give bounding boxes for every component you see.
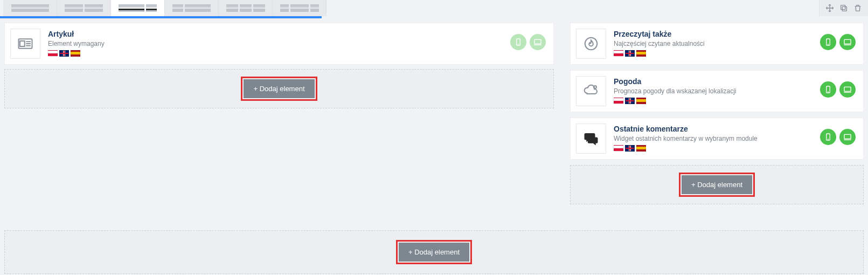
widget-title: Pogoda	[614, 77, 813, 86]
add-element-button[interactable]: + Dodaj element	[399, 243, 469, 262]
layout-option-1col[interactable]	[3, 0, 57, 16]
desktop-toggle[interactable]	[839, 81, 856, 98]
fire-icon	[576, 29, 606, 59]
flag-gb-icon	[625, 50, 635, 57]
widget-subtitle: Widget ostatnich komentarzy w wybranym m…	[614, 135, 813, 142]
widget-languages	[48, 50, 503, 57]
widget-card[interactable]: Ostatnie komentarze Widget ostatnich kom…	[570, 118, 864, 160]
layout-strip	[0, 0, 868, 16]
widget-languages	[614, 145, 813, 152]
layout-option-3col-center-wide[interactable]	[273, 0, 327, 16]
flag-gb-icon	[625, 98, 635, 104]
dropzone-left[interactable]: + Dodaj element	[4, 69, 554, 108]
desktop-toggle[interactable]	[839, 129, 856, 145]
svg-point-11	[585, 38, 598, 50]
add-element-button[interactable]: + Dodaj element	[682, 175, 752, 194]
dropzone-right[interactable]: + Dodaj element	[570, 165, 864, 204]
layout-option-3col[interactable]	[219, 0, 273, 16]
dropzone-bottom[interactable]: + Dodaj element	[4, 230, 864, 274]
column-right: Przeczytaj także Najczęściej czytane akt…	[570, 23, 864, 204]
column-left: Artykuł Element wymagany	[4, 23, 554, 204]
widget-devices	[820, 29, 856, 50]
widget-subtitle: Element wymagany	[48, 40, 503, 47]
duplicate-icon[interactable]	[838, 2, 850, 14]
weather-icon	[576, 76, 606, 106]
builder-row: Artykuł Element wymagany	[0, 18, 868, 204]
svg-rect-0	[842, 6, 846, 11]
article-icon	[10, 29, 40, 59]
widget-devices	[510, 29, 546, 50]
widget-languages	[614, 98, 813, 104]
mobile-toggle[interactable]	[820, 129, 836, 145]
svg-rect-3	[20, 41, 25, 46]
layout-options	[0, 0, 327, 16]
svg-rect-23	[844, 134, 851, 139]
comments-icon	[576, 123, 606, 154]
widget-card[interactable]: Przeczytaj także Najczęściej czytane akt…	[570, 23, 864, 65]
flag-es-icon	[636, 50, 646, 57]
widget-title: Artykuł	[48, 30, 503, 38]
svg-rect-1	[841, 5, 845, 10]
svg-rect-14	[844, 39, 851, 44]
widget-title: Ostatnie komentarze	[614, 125, 813, 133]
widget-card[interactable]: Pogoda Prognoza pogody dla wskazanej lok…	[570, 70, 864, 112]
flag-pl-icon	[614, 50, 623, 57]
widget-devices	[820, 123, 856, 145]
mobile-toggle[interactable]	[820, 34, 836, 50]
widget-languages	[614, 50, 813, 57]
flag-gb-icon	[59, 50, 69, 57]
flag-pl-icon	[614, 98, 623, 104]
layout-option-2col-even[interactable]	[57, 0, 111, 16]
layout-option-2col-wide-right[interactable]	[165, 0, 219, 16]
mobile-toggle[interactable]	[820, 81, 836, 98]
flag-pl-icon	[48, 50, 58, 57]
trash-icon[interactable]	[852, 2, 864, 14]
widget-subtitle: Prognoza pogody dla wskazanej lokalizacj…	[614, 87, 813, 95]
svg-rect-9	[534, 39, 541, 44]
flag-pl-icon	[614, 145, 623, 152]
add-element-button[interactable]: + Dodaj element	[244, 79, 314, 98]
widget-card[interactable]: Artykuł Element wymagany	[4, 23, 554, 65]
flag-es-icon	[636, 145, 646, 152]
desktop-toggle[interactable]	[530, 34, 546, 50]
svg-rect-19	[844, 87, 851, 91]
widget-subtitle: Najczęściej czytane aktualności	[614, 40, 813, 47]
flag-es-icon	[636, 98, 646, 104]
mobile-toggle[interactable]	[510, 34, 526, 50]
layout-builder: Artykuł Element wymagany	[0, 0, 868, 275]
row-tools	[819, 0, 868, 16]
move-icon[interactable]	[824, 2, 836, 14]
flag-gb-icon	[625, 145, 635, 152]
svg-point-16	[594, 86, 596, 88]
layout-option-2col-wide-left[interactable]	[111, 0, 165, 16]
widget-devices	[820, 76, 856, 98]
desktop-toggle[interactable]	[839, 34, 856, 50]
widget-title: Przeczytaj także	[614, 30, 813, 38]
flag-es-icon	[71, 50, 80, 57]
